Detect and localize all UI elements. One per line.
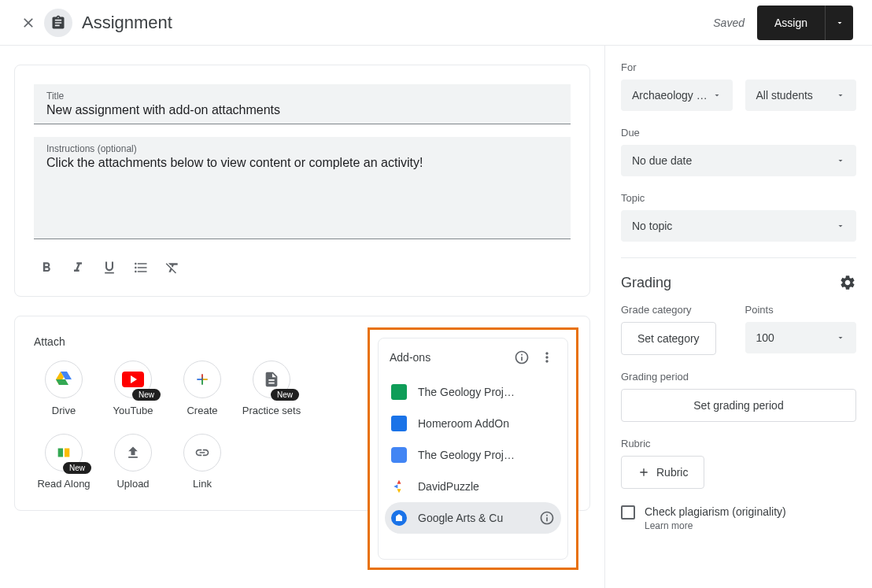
addon-name: Homeroom AddOn <box>418 417 555 430</box>
topic-label: Topic <box>621 192 856 204</box>
class-value: Archaeology … <box>632 89 708 102</box>
addon-item[interactable]: DavidPuzzle <box>385 471 561 502</box>
main-content: Title Instructions (optional) Click the … <box>0 46 872 588</box>
attach-card: Attach Drive New <box>14 316 590 511</box>
assign-dropdown-button[interactable] <box>825 6 853 40</box>
instructions-label: Instructions (optional) <box>46 143 558 154</box>
caret-down-icon <box>712 91 722 100</box>
attach-upload[interactable]: Upload <box>103 434 163 491</box>
underline-icon <box>102 260 117 276</box>
grading-header: Grading <box>621 274 856 291</box>
plagiarism-label: Check plagiarism (originality) <box>645 505 786 518</box>
clipboard-icon <box>50 15 66 31</box>
students-select[interactable]: All students <box>745 80 857 111</box>
caret-down-icon <box>835 18 844 28</box>
addons-panel: Add-ons The Geology Proj… <box>378 338 568 560</box>
addons-more-button[interactable] <box>538 348 556 367</box>
points-select[interactable]: 100 <box>745 322 857 353</box>
format-toolbar <box>34 252 571 277</box>
assignment-type-icon <box>44 9 72 37</box>
plus-icon <box>637 466 650 479</box>
clear-format-button[interactable] <box>163 258 182 277</box>
addon-item[interactable]: The Geology Proj… <box>385 439 561 471</box>
sidebar: For Archaeology … All students Due No du… <box>604 46 872 588</box>
for-label: For <box>621 61 856 73</box>
addon-item[interactable]: Homeroom AddOn <box>385 408 561 439</box>
attach-label: Link <box>193 478 212 491</box>
underline-button[interactable] <box>100 258 119 277</box>
attach-link[interactable]: Link <box>172 434 232 491</box>
points-label: Points <box>745 304 857 316</box>
bold-button[interactable] <box>37 258 56 277</box>
close-icon <box>20 15 36 31</box>
rubric-btn-label: Rubric <box>656 466 688 479</box>
title-input[interactable] <box>46 103 558 117</box>
learn-more-link[interactable]: Learn more <box>645 520 786 531</box>
instructions-input[interactable]: Click the attachments below to view cont… <box>46 156 558 170</box>
italic-button[interactable] <box>68 258 87 277</box>
attach-label: Read Along <box>37 478 90 491</box>
book-icon <box>55 444 72 461</box>
info-icon <box>514 349 530 365</box>
addon-app-icon <box>391 479 407 494</box>
addons-highlight-box: Add-ons The Geology Proj… <box>368 327 578 570</box>
attach-label: YouTube <box>113 405 153 418</box>
addon-name: The Geology Proj… <box>418 386 555 398</box>
topic-select[interactable]: No topic <box>621 210 856 242</box>
saved-status: Saved <box>713 17 745 29</box>
addons-list[interactable]: The Geology Proj… Homeroom AddOn The Geo… <box>379 376 567 559</box>
topic-value: No topic <box>632 220 672 232</box>
info-icon[interactable] <box>539 510 555 526</box>
addon-app-icon <box>391 510 407 526</box>
document-icon <box>263 371 280 388</box>
grading-period-section: Grading period Set grading period <box>621 371 856 422</box>
attach-label: Create <box>187 405 217 418</box>
set-category-button[interactable]: Set category <box>621 322 716 355</box>
instructions-field[interactable]: Instructions (optional) Click the attach… <box>34 137 571 239</box>
new-badge: New <box>63 462 91 474</box>
topic-section: Topic No topic <box>621 192 856 242</box>
attach-practice-sets[interactable]: New Practice sets <box>242 361 301 418</box>
more-vert-icon <box>539 349 555 365</box>
addon-item[interactable]: The Geology Proj… <box>385 376 561 408</box>
attach-label: Upload <box>116 478 149 491</box>
addon-app-icon <box>391 384 407 400</box>
grading-period-label: Grading period <box>621 371 856 383</box>
addon-name: DavidPuzzle <box>418 480 555 493</box>
grading-title: Grading <box>621 275 671 291</box>
attach-drive[interactable]: Drive <box>34 361 94 418</box>
grade-category-label: Grade category <box>621 304 733 316</box>
set-grading-period-button[interactable]: Set grading period <box>621 389 856 422</box>
rubric-section: Rubric Rubric <box>621 438 856 489</box>
close-button[interactable] <box>19 13 38 32</box>
gear-icon[interactable] <box>839 274 856 291</box>
attach-label: Practice sets <box>242 405 301 418</box>
caret-down-icon <box>836 91 845 100</box>
header: Assignment Saved Assign <box>0 0 872 46</box>
plagiarism-checkbox[interactable] <box>621 505 635 520</box>
caret-down-icon <box>836 333 845 342</box>
addon-app-icon <box>391 416 407 431</box>
title-field[interactable]: Title <box>34 84 571 124</box>
attach-read-along[interactable]: New Read Along <box>34 434 94 491</box>
assign-button[interactable]: Assign <box>757 6 825 40</box>
link-icon <box>194 445 210 460</box>
assignment-form-card: Title Instructions (optional) Click the … <box>14 65 590 297</box>
class-select[interactable]: Archaeology … <box>621 80 733 111</box>
addons-info-button[interactable] <box>512 348 531 367</box>
attach-create[interactable]: Create <box>172 361 232 418</box>
due-date-select[interactable]: No due date <box>621 145 856 176</box>
upload-icon <box>125 445 141 460</box>
addon-name: Google Arts & Cu <box>418 512 528 524</box>
attach-label: Drive <box>52 405 76 418</box>
points-value: 100 <box>756 331 774 344</box>
addon-item[interactable]: Google Arts & Cu <box>385 502 561 534</box>
add-rubric-button[interactable]: Rubric <box>621 456 704 489</box>
due-label: Due <box>621 127 856 139</box>
bullet-list-button[interactable] <box>131 258 150 277</box>
italic-icon <box>70 260 86 276</box>
left-column: Title Instructions (optional) Click the … <box>0 46 604 588</box>
rubric-label: Rubric <box>621 438 856 449</box>
new-badge: New <box>271 389 299 401</box>
attach-youtube[interactable]: New YouTube <box>103 361 163 418</box>
